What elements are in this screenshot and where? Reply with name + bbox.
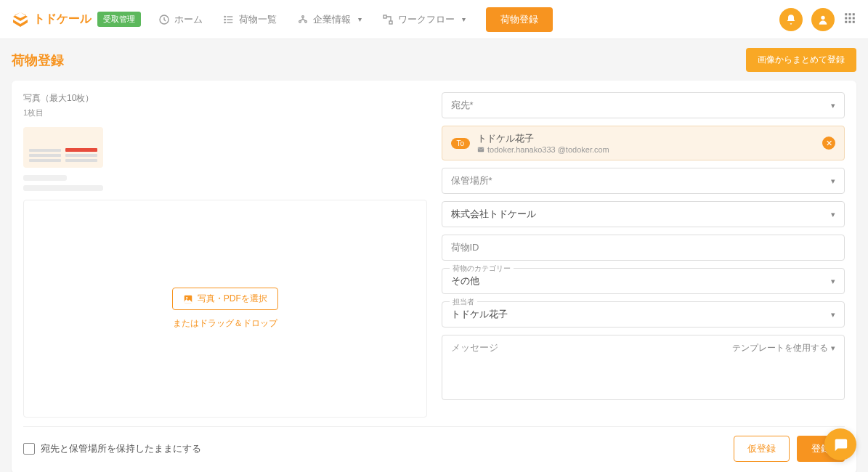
- svg-rect-15: [853, 13, 855, 15]
- storage-label: 保管場所*: [451, 174, 492, 187]
- form-footer: 宛先と保管場所を保持したままにする 仮登録 登録: [23, 426, 845, 462]
- page-body: 荷物登録 画像からまとめて登録 写真（最大10枚） 1枚目 写真・PDFを選択: [0, 39, 868, 472]
- message-field[interactable]: メッセージ テンプレートを使用する ▾: [442, 335, 845, 400]
- svg-point-6: [224, 22, 225, 23]
- photo-section-label: 写真（最大10枚）: [23, 92, 427, 105]
- nav-packages[interactable]: 荷物一覧: [223, 13, 277, 26]
- svg-rect-18: [853, 17, 855, 20]
- svg-rect-17: [849, 17, 851, 20]
- chevron-down-icon: ▾: [831, 210, 835, 219]
- select-photo-button[interactable]: 写真・PDFを選択: [172, 288, 278, 310]
- form-content: 写真（最大10枚） 1枚目 写真・PDFを選択 またはドラッグ＆ドロップ: [23, 92, 845, 418]
- svg-point-7: [302, 15, 304, 17]
- category-float-label: 荷物のカテゴリー: [450, 264, 514, 274]
- mail-icon: [477, 146, 484, 153]
- draft-button[interactable]: 仮登録: [734, 436, 790, 462]
- nav-workflow[interactable]: ワークフロー: [382, 13, 466, 26]
- chevron-down-icon: ▾: [831, 176, 835, 186]
- image-icon: [183, 294, 193, 304]
- nav-home[interactable]: ホーム: [158, 13, 203, 26]
- recipient-chip: To トドケル花子 todoker.hanako333 @todoker.com…: [442, 126, 845, 160]
- recipient-email: todoker.hanako333 @todoker.com: [477, 145, 815, 154]
- page-header: 荷物登録 画像からまとめて登録: [12, 48, 856, 72]
- svg-rect-19: [845, 21, 847, 23]
- message-header: メッセージ テンプレートを使用する ▾: [451, 341, 836, 354]
- svg-rect-20: [849, 21, 851, 23]
- logo-text: トドケール: [33, 12, 92, 27]
- nav-company-label: 企業情報: [313, 13, 351, 26]
- category-value: その他: [451, 274, 479, 288]
- bell-icon: [785, 14, 797, 25]
- register-package-button[interactable]: 荷物登録: [486, 7, 553, 32]
- nav-workflow-label: ワークフロー: [398, 13, 455, 26]
- app-header: トドケール 受取管理 ホーム 荷物一覧 企業情報 ワークフロー 荷物登録: [0, 0, 868, 39]
- photo-thumbnail[interactable]: [23, 127, 103, 168]
- chat-icon: [832, 436, 848, 452]
- message-placeholder: メッセージ: [451, 341, 498, 354]
- org-icon: [297, 14, 309, 25]
- keep-values-checkbox-row: 宛先と保管場所を保持したままにする: [23, 442, 201, 455]
- chevron-down-icon: ▾: [831, 277, 835, 286]
- nav-packages-label: 荷物一覧: [239, 13, 277, 26]
- svg-rect-24: [478, 147, 484, 152]
- assignee-value: トドケル花子: [451, 308, 508, 321]
- category-field[interactable]: 荷物のカテゴリー その他 ▾: [442, 268, 845, 294]
- package-id-label: 荷物ID: [451, 241, 479, 254]
- grid-icon: [843, 12, 856, 25]
- svg-rect-13: [845, 13, 847, 15]
- recipient-label: 宛先*: [451, 99, 474, 112]
- company-value: 株式会社トドケール: [451, 208, 536, 221]
- chat-widget-button[interactable]: [824, 428, 856, 460]
- form-column: 宛先* ▾ To トドケル花子 todoker.hanako333 @todok…: [442, 92, 845, 418]
- logo-icon: [12, 11, 29, 28]
- profile-button[interactable]: [811, 8, 835, 31]
- bulk-register-button[interactable]: 画像からまとめて登録: [746, 48, 856, 72]
- package-id-field[interactable]: 荷物ID: [442, 235, 845, 261]
- skeleton-line: [23, 185, 103, 191]
- main-nav: ホーム 荷物一覧 企業情報 ワークフロー 荷物登録: [158, 7, 779, 32]
- photo-dropzone[interactable]: 写真・PDFを選択 またはドラッグ＆ドロップ: [23, 200, 427, 418]
- page-title: 荷物登録: [12, 52, 64, 69]
- storage-field[interactable]: 保管場所* ▾: [442, 168, 845, 194]
- nav-home-label: ホーム: [174, 13, 203, 26]
- use-template-button[interactable]: テンプレートを使用する ▾: [732, 342, 835, 354]
- mode-badge: 受取管理: [97, 12, 141, 27]
- to-badge: To: [451, 138, 471, 149]
- svg-point-12: [821, 15, 824, 19]
- chevron-down-icon: ▾: [831, 101, 835, 110]
- chevron-down-icon: ▾: [831, 310, 835, 320]
- notifications-button[interactable]: [779, 8, 803, 31]
- svg-point-4: [224, 16, 225, 17]
- keep-values-checkbox[interactable]: [23, 443, 35, 455]
- chevron-down-icon: ▾: [831, 343, 835, 353]
- assignee-field[interactable]: 担当者 トドケル花子 ▾: [442, 301, 845, 327]
- nav-company[interactable]: 企業情報: [297, 13, 362, 26]
- recipient-name: トドケル花子: [477, 132, 815, 145]
- svg-rect-21: [853, 21, 855, 23]
- remove-recipient-button[interactable]: ✕: [822, 137, 835, 150]
- dropzone-hint: またはドラッグ＆ドロップ: [173, 317, 277, 330]
- svg-point-23: [186, 297, 187, 298]
- recipient-field[interactable]: 宛先* ▾: [442, 92, 845, 118]
- svg-point-5: [224, 19, 225, 20]
- apps-button[interactable]: [843, 12, 856, 27]
- svg-rect-16: [845, 17, 847, 20]
- home-icon: [158, 14, 170, 25]
- user-icon: [817, 14, 829, 25]
- select-photo-label: 写真・PDFを選択: [198, 293, 267, 305]
- skeleton-line: [23, 175, 67, 181]
- svg-rect-11: [389, 21, 392, 24]
- header-actions: [779, 8, 856, 31]
- photo-column: 写真（最大10枚） 1枚目 写真・PDFを選択 またはドラッグ＆ドロップ: [23, 92, 427, 418]
- logo[interactable]: トドケール: [12, 11, 92, 28]
- assignee-float-label: 担当者: [450, 297, 477, 307]
- form-card: 写真（最大10枚） 1枚目 写真・PDFを選択 またはドラッグ＆ドロップ: [12, 81, 856, 472]
- svg-rect-14: [849, 13, 851, 15]
- keep-values-label: 宛先と保管場所を保持したままにする: [41, 442, 201, 455]
- svg-rect-10: [384, 15, 386, 18]
- list-icon: [223, 14, 235, 25]
- photo-count-label: 1枚目: [23, 107, 427, 118]
- recipient-info: トドケル花子 todoker.hanako333 @todoker.com: [477, 132, 815, 154]
- company-field[interactable]: 株式会社トドケール ▾: [442, 201, 845, 227]
- workflow-icon: [382, 14, 394, 25]
